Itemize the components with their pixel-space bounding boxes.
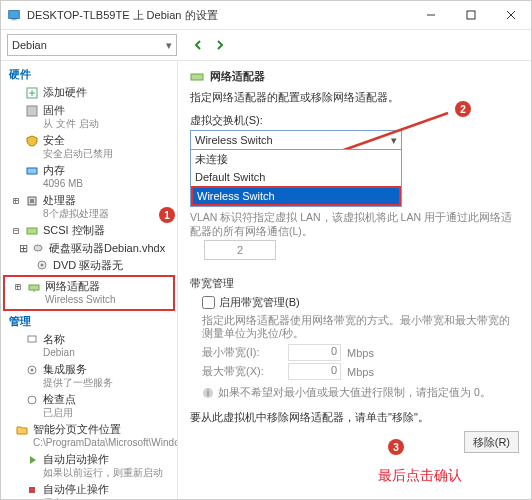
checkbox-input[interactable] <box>202 296 215 309</box>
combobox-value: Wireless Switch <box>195 134 273 146</box>
sidebar-sublabel: 8个虚拟处理器 <box>43 207 109 220</box>
disk-icon <box>33 243 45 255</box>
virtual-switch-combobox[interactable]: Wireless Switch ▾ 未连接 Default Switch Wir… <box>190 130 402 150</box>
sidebar-item-network-adapter[interactable]: ⊞ 网络适配器Wireless Switch <box>13 278 173 308</box>
vm-selector[interactable]: Debian ▾ <box>7 34 177 56</box>
sidebar-item-checkpoint[interactable]: 检查点已启用 <box>1 391 177 421</box>
category-hardware: 硬件 <box>1 65 177 84</box>
nav-forward-button[interactable] <box>211 36 229 54</box>
sidebar-item-cpu[interactable]: ⊞ 处理器8个虚拟处理器 <box>1 192 177 222</box>
titlebar: DESKTOP-TLB59TE 上 Debian 的设置 <box>1 1 531 30</box>
sidebar-item-firmware[interactable]: 固件从 文件 启动 <box>1 102 177 132</box>
app-icon <box>7 8 21 22</box>
sidebar-item-autostart[interactable]: 自动启动操作如果以前运行，则重新启动 <box>1 451 177 481</box>
sidebar-label: 自动启动操作 <box>43 453 163 466</box>
maximize-button[interactable] <box>451 1 491 29</box>
autostart-icon <box>25 453 39 467</box>
sidebar-item-integration[interactable]: 集成服务提供了一些服务 <box>1 361 177 391</box>
sidebar-sublabel: Debian.vhdx <box>104 242 165 254</box>
window-buttons <box>411 1 531 29</box>
svg-rect-25 <box>191 74 203 80</box>
minimize-button[interactable] <box>411 1 451 29</box>
max-bandwidth-label: 最大带宽(X): <box>202 364 282 379</box>
sidebar-label: SCSI 控制器 <box>43 224 105 237</box>
sidebar-item-add-hardware[interactable]: 添加硬件 <box>1 84 177 102</box>
remove-button[interactable]: 移除(R) <box>464 431 519 453</box>
dvd-icon <box>37 260 49 272</box>
sidebar-item-security[interactable]: 安全安全启动已禁用 <box>1 132 177 162</box>
sidebar-item-memory[interactable]: 内存4096 MB <box>1 162 177 192</box>
shield-icon <box>25 134 39 148</box>
firmware-icon <box>25 104 39 118</box>
sidebar-label: 安全 <box>43 134 113 147</box>
sidebar-sublabel: Debian <box>43 346 75 359</box>
nav-back-button[interactable] <box>189 36 207 54</box>
section-description: 指定网络适配器的配置或移除网络适配器。 <box>190 90 519 105</box>
vlan-id-field: 2 <box>204 240 276 260</box>
annotation-marker-1: 1 <box>159 207 175 223</box>
close-button[interactable] <box>491 1 531 29</box>
combo-option-not-connected[interactable]: 未连接 <box>191 150 401 168</box>
annotation-marker-3: 3 <box>388 439 404 455</box>
max-bandwidth-value: 0 <box>288 363 341 380</box>
autostop-icon <box>25 483 39 497</box>
window-title: DESKTOP-TLB59TE 上 Debian 的设置 <box>27 8 411 23</box>
enable-bandwidth-checkbox[interactable]: 启用带宽管理(B) <box>202 295 519 310</box>
section-header: 网络适配器 <box>190 69 519 84</box>
svg-rect-17 <box>29 285 39 290</box>
sidebar-sublabel: 4096 MB <box>43 177 83 190</box>
svg-point-16 <box>41 263 44 266</box>
svg-point-22 <box>28 396 36 404</box>
sidebar-sublabel: C:\ProgramData\Microsoft\Windows\H... <box>33 436 178 449</box>
sidebar-item-name[interactable]: 名称Debian <box>1 331 177 361</box>
svg-point-14 <box>34 245 42 251</box>
combobox-dropdown: 未连接 Default Switch Wireless Switch <box>190 149 402 207</box>
content-pane: 网络适配器 指定网络适配器的配置或移除网络适配器。 虚拟交换机(S): Wire… <box>178 61 531 499</box>
warning-text: 如果不希望对最小值或最大值进行限制，请指定值为 0。 <box>218 386 491 400</box>
checkpoint-icon <box>25 393 39 407</box>
sidebar-label: 内存 <box>43 164 83 177</box>
cpu-icon <box>25 194 39 208</box>
sidebar-item-hdd[interactable]: ⊞ 硬盘驱动器Debian.vhdx <box>1 240 177 257</box>
sidebar-item-dvd[interactable]: DVD 驱动器无 <box>1 257 177 274</box>
scsi-icon <box>25 224 39 238</box>
add-hardware-icon <box>25 86 39 100</box>
sidebar-label: 添加硬件 <box>43 86 87 99</box>
svg-rect-3 <box>467 11 475 19</box>
sidebar-item-smartpage[interactable]: 智能分页文件位置C:\ProgramData\Microsoft\Windows… <box>1 421 177 451</box>
unit-label: Mbps <box>347 347 374 359</box>
toolbar: Debian ▾ <box>1 30 531 61</box>
section-title: 网络适配器 <box>210 69 265 84</box>
unit-label: Mbps <box>347 366 374 378</box>
max-bandwidth-row: 最大带宽(X): 0 Mbps <box>202 363 519 380</box>
vm-selector-value: Debian <box>12 39 166 51</box>
sidebar-sublabel: 如果以前运行，则重新启动 <box>43 466 163 479</box>
annotation-marker-2: 2 <box>455 101 471 117</box>
svg-rect-12 <box>30 199 34 203</box>
min-bandwidth-value: 0 <box>288 344 341 361</box>
sidebar-sublabel: 从 文件 启动 <box>43 117 99 130</box>
sidebar-item-scsi[interactable]: ⊟ SCSI 控制器 <box>1 222 177 240</box>
bandwidth-warning: i 如果不希望对最小值或最大值进行限制，请指定值为 0。 <box>202 386 519 400</box>
combo-option-wireless-switch[interactable]: Wireless Switch <box>191 186 401 206</box>
sidebar-label: 网络适配器 <box>45 280 116 293</box>
bandwidth-desc: 指定此网络适配器使用网络带宽的方式。最小带宽和最大带宽的测量单位为兆位/秒。 <box>202 314 519 340</box>
svg-text:i: i <box>207 388 209 398</box>
sidebar-label: 固件 <box>43 104 99 117</box>
sidebar-label: 硬盘驱动器 <box>49 242 104 254</box>
network-icon <box>190 70 204 84</box>
vlan-hint: VLAN 标识符指定虚拟 LAN，该虚拟机将此 LAN 用于通过此网络适配器的所… <box>190 210 519 238</box>
sidebar: 硬件 添加硬件 固件从 文件 启动 安全安全启动已禁用 内存4096 MB <box>1 61 178 499</box>
chevron-down-icon: ▾ <box>391 134 397 147</box>
sidebar-sublabel: 提供了一些服务 <box>43 376 113 389</box>
min-bandwidth-row: 最小带宽(I): 0 Mbps <box>202 344 519 361</box>
combo-option-default-switch[interactable]: Default Switch <box>191 168 401 186</box>
svg-marker-23 <box>30 456 36 464</box>
services-icon <box>25 363 39 377</box>
sidebar-sublabel: 无 <box>112 259 123 271</box>
svg-rect-9 <box>27 106 37 116</box>
sidebar-label: 集成服务 <box>43 363 113 376</box>
sidebar-sublabel: 已启用 <box>43 406 76 419</box>
category-management: 管理 <box>1 312 177 331</box>
sidebar-item-autostop[interactable]: 自动停止操作保存 <box>1 481 177 499</box>
